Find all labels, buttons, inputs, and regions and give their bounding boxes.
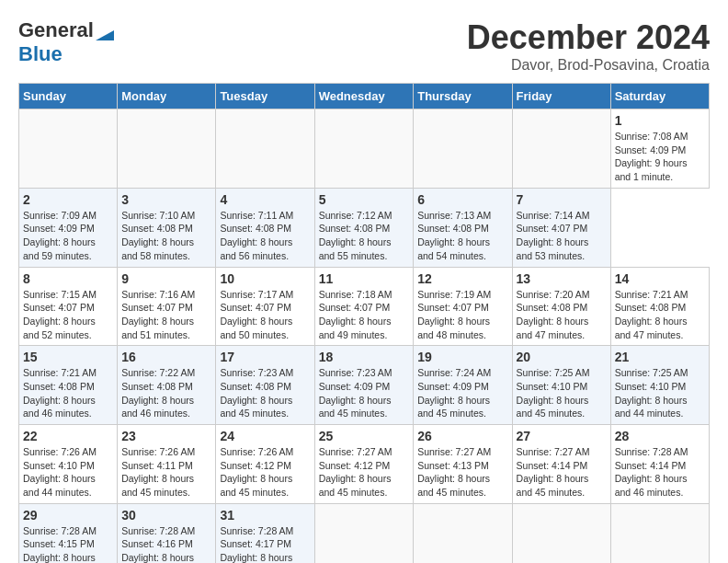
day-info: Sunrise: 7:28 AMSunset: 4:14 PMDaylight:… xyxy=(615,445,705,500)
day-number: 3 xyxy=(121,192,211,207)
calendar-cell: 6Sunrise: 7:13 AMSunset: 4:08 PMDaylight… xyxy=(414,188,512,267)
day-number: 18 xyxy=(319,350,410,364)
svg-marker-0 xyxy=(96,30,114,40)
calendar-cell: 13Sunrise: 7:20 AMSunset: 4:08 PMDayligh… xyxy=(512,267,610,346)
calendar-week-row: 15Sunrise: 7:21 AMSunset: 4:08 PMDayligh… xyxy=(19,346,710,425)
calendar-cell: 28Sunrise: 7:28 AMSunset: 4:14 PMDayligh… xyxy=(610,425,709,504)
calendar-cell xyxy=(512,109,610,189)
location-title: Davor, Brod-Posavina, Croatia xyxy=(467,57,710,74)
day-info: Sunrise: 7:13 AMSunset: 4:08 PMDaylight:… xyxy=(417,209,507,263)
day-info: Sunrise: 7:27 AMSunset: 4:12 PMDaylight:… xyxy=(319,445,410,500)
calendar-cell: 14Sunrise: 7:21 AMSunset: 4:08 PMDayligh… xyxy=(610,267,709,346)
day-number: 7 xyxy=(517,192,607,207)
day-info: Sunrise: 7:24 AMSunset: 4:09 PMDaylight:… xyxy=(417,366,507,420)
day-number: 24 xyxy=(220,429,310,443)
logo-general: General xyxy=(18,18,94,42)
day-number: 16 xyxy=(121,350,211,364)
day-info: Sunrise: 7:27 AMSunset: 4:13 PMDaylight:… xyxy=(417,445,507,500)
calendar-cell xyxy=(314,109,414,189)
title-block: December 2024 Davor, Brod-Posavina, Croa… xyxy=(467,18,710,74)
calendar-week-row: 29Sunrise: 7:28 AMSunset: 4:15 PMDayligh… xyxy=(19,503,710,563)
day-number: 4 xyxy=(220,192,310,207)
logo-triangle-icon xyxy=(94,20,114,40)
calendar-cell: 25Sunrise: 7:27 AMSunset: 4:12 PMDayligh… xyxy=(314,425,414,504)
header-monday: Monday xyxy=(118,84,216,109)
day-number: 15 xyxy=(23,350,113,364)
calendar-cell: 31Sunrise: 7:28 AMSunset: 4:17 PMDayligh… xyxy=(216,503,314,563)
calendar-cell: 17Sunrise: 7:23 AMSunset: 4:08 PMDayligh… xyxy=(216,346,314,425)
day-number: 6 xyxy=(417,192,507,207)
day-info: Sunrise: 7:09 AMSunset: 4:09 PMDaylight:… xyxy=(23,209,113,263)
calendar-table: SundayMondayTuesdayWednesdayThursdayFrid… xyxy=(18,83,710,563)
day-info: Sunrise: 7:26 AMSunset: 4:12 PMDaylight:… xyxy=(220,445,310,500)
calendar-header-row: SundayMondayTuesdayWednesdayThursdayFrid… xyxy=(19,84,710,109)
day-number: 10 xyxy=(220,271,310,286)
day-info: Sunrise: 7:21 AMSunset: 4:08 PMDaylight:… xyxy=(615,288,705,342)
calendar-cell: 5Sunrise: 7:12 AMSunset: 4:08 PMDaylight… xyxy=(314,188,414,267)
day-number: 21 xyxy=(615,350,705,364)
calendar-week-row: 2Sunrise: 7:09 AMSunset: 4:09 PMDaylight… xyxy=(19,188,710,267)
day-info: Sunrise: 7:17 AMSunset: 4:07 PMDaylight:… xyxy=(220,288,310,342)
header-friday: Friday xyxy=(512,84,610,109)
calendar-cell: 26Sunrise: 7:27 AMSunset: 4:13 PMDayligh… xyxy=(414,425,512,504)
calendar-cell: 11Sunrise: 7:18 AMSunset: 4:07 PMDayligh… xyxy=(314,267,414,346)
logo-blue: Blue xyxy=(18,42,63,65)
day-number: 14 xyxy=(615,271,705,286)
day-info: Sunrise: 7:19 AMSunset: 4:07 PMDaylight:… xyxy=(417,288,507,342)
calendar-cell: 10Sunrise: 7:17 AMSunset: 4:07 PMDayligh… xyxy=(216,267,314,346)
day-info: Sunrise: 7:23 AMSunset: 4:09 PMDaylight:… xyxy=(319,366,410,420)
day-number: 30 xyxy=(121,508,211,523)
calendar-cell xyxy=(512,503,610,563)
calendar-cell: 4Sunrise: 7:11 AMSunset: 4:08 PMDaylight… xyxy=(216,188,314,267)
calendar-cell: 9Sunrise: 7:16 AMSunset: 4:07 PMDaylight… xyxy=(118,267,216,346)
calendar-cell xyxy=(610,503,709,563)
calendar-cell: 23Sunrise: 7:26 AMSunset: 4:11 PMDayligh… xyxy=(118,425,216,504)
day-info: Sunrise: 7:12 AMSunset: 4:08 PMDaylight:… xyxy=(319,209,410,263)
day-info: Sunrise: 7:22 AMSunset: 4:08 PMDaylight:… xyxy=(121,366,211,420)
day-number: 17 xyxy=(220,350,310,364)
calendar-cell: 3Sunrise: 7:10 AMSunset: 4:08 PMDaylight… xyxy=(118,188,216,267)
day-number: 22 xyxy=(23,429,113,443)
header-wednesday: Wednesday xyxy=(314,84,414,109)
header-tuesday: Tuesday xyxy=(216,84,314,109)
day-info: Sunrise: 7:20 AMSunset: 4:08 PMDaylight:… xyxy=(517,288,607,342)
day-info: Sunrise: 7:28 AMSunset: 4:16 PMDaylight:… xyxy=(121,524,211,563)
calendar-cell: 15Sunrise: 7:21 AMSunset: 4:08 PMDayligh… xyxy=(19,346,118,425)
day-info: Sunrise: 7:18 AMSunset: 4:07 PMDaylight:… xyxy=(319,288,410,342)
calendar-cell: 29Sunrise: 7:28 AMSunset: 4:15 PMDayligh… xyxy=(19,503,118,563)
calendar-cell: 8Sunrise: 7:15 AMSunset: 4:07 PMDaylight… xyxy=(19,267,118,346)
calendar-cell: 7Sunrise: 7:14 AMSunset: 4:07 PMDaylight… xyxy=(512,188,610,267)
day-info: Sunrise: 7:11 AMSunset: 4:08 PMDaylight:… xyxy=(220,209,310,263)
calendar-cell xyxy=(118,109,216,189)
calendar-cell xyxy=(414,503,512,563)
day-number: 5 xyxy=(319,192,410,207)
day-info: Sunrise: 7:25 AMSunset: 4:10 PMDaylight:… xyxy=(517,366,607,420)
day-info: Sunrise: 7:10 AMSunset: 4:08 PMDaylight:… xyxy=(121,209,211,263)
day-number: 8 xyxy=(23,271,113,286)
calendar-cell: 1Sunrise: 7:08 AMSunset: 4:09 PMDaylight… xyxy=(610,109,709,189)
calendar-cell xyxy=(216,109,314,189)
calendar-cell: 20Sunrise: 7:25 AMSunset: 4:10 PMDayligh… xyxy=(512,346,610,425)
calendar-week-row: 1Sunrise: 7:08 AMSunset: 4:09 PMDaylight… xyxy=(19,109,710,189)
day-number: 23 xyxy=(121,429,211,443)
calendar-week-row: 8Sunrise: 7:15 AMSunset: 4:07 PMDaylight… xyxy=(19,267,710,346)
day-number: 27 xyxy=(517,429,607,443)
day-info: Sunrise: 7:16 AMSunset: 4:07 PMDaylight:… xyxy=(121,288,211,342)
day-number: 31 xyxy=(220,508,310,523)
page-header: General Blue December 2024 Davor, Brod-P… xyxy=(18,18,710,74)
calendar-cell xyxy=(314,503,414,563)
logo-name: General Blue xyxy=(18,18,114,66)
day-info: Sunrise: 7:27 AMSunset: 4:14 PMDaylight:… xyxy=(517,445,607,500)
day-number: 29 xyxy=(23,508,113,523)
calendar-cell: 27Sunrise: 7:27 AMSunset: 4:14 PMDayligh… xyxy=(512,425,610,504)
calendar-cell xyxy=(414,109,512,189)
day-number: 20 xyxy=(517,350,607,364)
calendar-cell: 21Sunrise: 7:25 AMSunset: 4:10 PMDayligh… xyxy=(610,346,709,425)
day-info: Sunrise: 7:14 AMSunset: 4:07 PMDaylight:… xyxy=(517,209,607,263)
calendar-cell: 18Sunrise: 7:23 AMSunset: 4:09 PMDayligh… xyxy=(314,346,414,425)
month-title: December 2024 xyxy=(467,18,710,57)
day-info: Sunrise: 7:15 AMSunset: 4:07 PMDaylight:… xyxy=(23,288,113,342)
calendar-cell: 24Sunrise: 7:26 AMSunset: 4:12 PMDayligh… xyxy=(216,425,314,504)
calendar-cell: 16Sunrise: 7:22 AMSunset: 4:08 PMDayligh… xyxy=(118,346,216,425)
day-info: Sunrise: 7:08 AMSunset: 4:09 PMDaylight:… xyxy=(615,130,705,184)
